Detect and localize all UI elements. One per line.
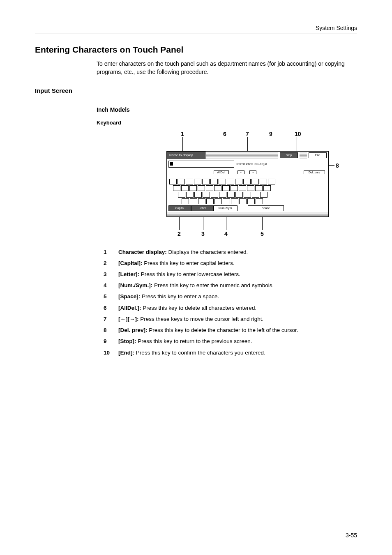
keyboard-key[interactable] [235,192,243,198]
stop-button[interactable]: Stop [280,152,298,158]
list-item-desc: Press this key to confirm the characters… [134,350,265,356]
keyboard-key[interactable] [194,192,202,198]
keyboard-key[interactable] [239,198,247,204]
list-item-term: [Num./Sym.]: [118,282,152,288]
keyboard-key[interactable] [263,185,271,191]
list-item-desc: Displays the characters entered. [167,249,248,255]
list-item-term: [Del. prev]: [118,327,148,333]
keyboard-keys-area [167,176,328,204]
keyboard-key[interactable] [223,198,230,204]
keyboard-key[interactable] [268,179,275,184]
keyboard-key[interactable] [211,192,218,198]
alldel-button[interactable]: AllDel. [214,170,229,174]
keyboard-key[interactable] [256,198,263,204]
keyboard-tabs: Capital Letter Num./Sym. Space [167,204,328,211]
keyboard-key[interactable] [189,185,197,191]
list-item-term: Character display: [118,249,167,255]
keyboard-key[interactable] [178,179,185,184]
keyboard-key[interactable] [227,179,234,184]
touch-panel: Name to display Stop End Limit:32 letter… [166,151,329,217]
callout-4: 4 [224,230,228,237]
callout-10: 10 [295,131,301,137]
keyboard-key[interactable] [255,185,263,191]
keyboard-key[interactable] [210,179,218,184]
keyboard-key[interactable] [202,179,210,184]
keyboard-key[interactable] [231,185,238,191]
keyboard-key[interactable] [252,192,259,198]
capital-tab[interactable]: Capital [168,205,191,211]
list-item: 8[Del. prev]: Press this key to delete t… [104,327,357,334]
callout-2: 2 [178,230,181,237]
keyboard-key[interactable] [239,185,246,191]
keyboard-key[interactable] [206,185,213,191]
keyboard-key[interactable] [227,192,235,198]
letter-tab-label: Letter [199,207,206,210]
list-item: 9[Stop]: Press this key to return to the… [104,338,357,345]
keyboard-key[interactable] [260,179,267,184]
numsym-tab[interactable]: Num./Sym. [214,205,238,211]
list-item-term: [AllDel.]: [118,305,141,311]
list-item-term: [Stop]: [118,338,136,344]
letter-tab[interactable]: Letter [191,205,214,211]
keyboard-key[interactable] [186,179,193,184]
keyboard-key[interactable] [251,179,259,184]
list-item-text: [Letter]: Press this key to enter lowerc… [118,271,240,278]
keyboard-key[interactable] [198,185,205,191]
stop-button-label: Stop [286,154,292,157]
keyboard-key[interactable] [181,185,189,191]
list-item-desc: Press this key to delete all characters … [141,305,257,311]
keyboard-key[interactable] [247,198,255,204]
keyboard-key[interactable] [235,179,242,184]
keyboard-key[interactable] [219,192,226,198]
keyboard-key[interactable] [194,179,201,184]
capital-tab-label: Capital [175,207,184,210]
list-item-desc: Press this key to delete the character t… [148,327,298,333]
callout-9: 9 [269,131,272,137]
keyboard-key[interactable] [243,179,251,184]
keyboard-key[interactable] [222,185,230,191]
keyboard-key[interactable] [178,192,185,198]
space-tab[interactable]: Space [248,205,284,211]
end-button-label: End [315,154,320,157]
list-item-number: 7 [104,315,112,323]
keyboard-key[interactable] [173,185,180,191]
keyboard-key[interactable] [182,198,189,204]
list-item: 2[Capital]: Press this key to enter capi… [104,260,357,267]
keyboard-key[interactable] [214,185,221,191]
arrow-right-button[interactable]: → [249,170,256,174]
keyboard-key[interactable] [214,198,222,204]
arrow-left-button[interactable]: ← [238,170,244,174]
del-prev-button[interactable]: Del. prev [304,170,325,174]
numbered-list: 1Character display: Displays the charact… [104,249,357,357]
key-row-1 [169,179,327,184]
keyboard-key[interactable] [247,185,254,191]
subheading-input-screen: Input Screen [35,87,357,94]
keyboard-key[interactable] [198,198,205,204]
list-item: 1Character display: Displays the charact… [104,249,357,256]
keyboard-key[interactable] [186,192,194,198]
list-item: 5[Space]: Press this key to enter a spac… [104,293,357,300]
keyboard-key[interactable] [206,198,214,204]
list-item-number: 5 [104,293,112,300]
list-item-text: [AllDel.]: Press this key to delete all … [118,304,256,312]
keyboard-label: Keyboard [97,120,357,126]
callout-5: 5 [261,230,264,237]
keyboard-key[interactable] [219,179,226,184]
keyboard-key[interactable] [260,192,267,198]
keyboard-key[interactable] [169,179,177,184]
keyboard-key[interactable] [231,198,238,204]
end-button[interactable]: End [309,152,327,158]
keyboard-key[interactable] [190,198,197,204]
panel-topbar: Name to display Stop End [167,152,328,159]
list-item-desc: Press these keys to move the cursor left… [138,316,263,322]
list-item-text: Character display: Displays the characte… [118,249,248,256]
keyboard-key[interactable] [203,192,210,198]
character-display-input[interactable] [168,161,234,168]
list-item-text: [Capital]: Press this key to enter capit… [118,260,235,267]
list-item: 3[Letter]: Press this key to enter lower… [104,271,357,278]
list-item-text: [←][→]: Press these keys to move the cur… [118,315,263,323]
arrow-left-icon: ← [240,171,242,174]
keyboard-key[interactable] [244,192,251,198]
list-item-term: [Letter]: [118,271,139,277]
callout-8: 8 [336,162,339,169]
